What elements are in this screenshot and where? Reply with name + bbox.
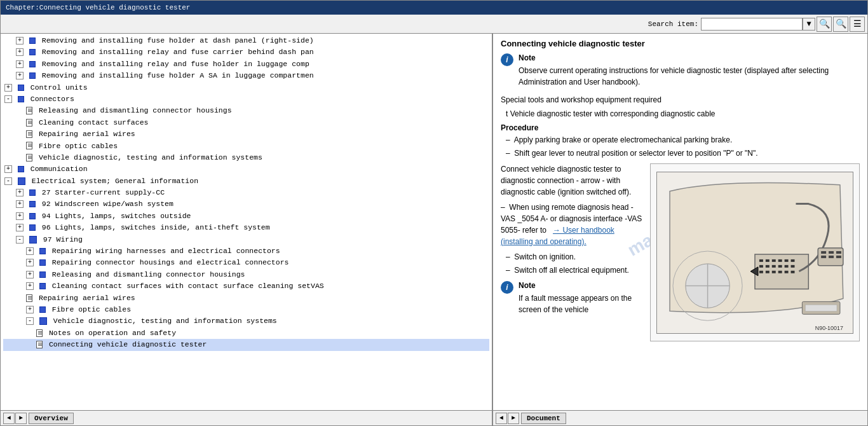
bottom-left: ◄ ► Overview bbox=[1, 411, 493, 425]
list-item[interactable]: + Repairing connector housings and elect… bbox=[3, 257, 489, 268]
item-text: Removing and installing fuse holder at d… bbox=[42, 36, 314, 45]
search-button-1[interactable]: 🔍 bbox=[817, 17, 832, 32]
item-text: Fibre optic cables bbox=[39, 142, 118, 150]
item-text: Cleaning contact surfaces with contact s… bbox=[52, 282, 324, 290]
expand-icon[interactable]: + bbox=[26, 282, 34, 290]
expand-icon[interactable]: + bbox=[16, 200, 24, 208]
expand-icon[interactable]: + bbox=[16, 212, 24, 220]
expand-icon[interactable]: + bbox=[16, 189, 24, 196]
next-btn[interactable]: ► bbox=[15, 413, 27, 424]
list-item[interactable]: + Communication bbox=[3, 163, 489, 175]
expand-icon[interactable]: + bbox=[16, 72, 24, 79]
list-item[interactable]: - 97 Wiring bbox=[3, 234, 489, 245]
book-icon bbox=[29, 38, 36, 44]
search-input[interactable] bbox=[701, 18, 803, 31]
dash-5: – bbox=[506, 266, 512, 275]
step-1-text: Apply parking brake or operate electrome… bbox=[514, 135, 733, 144]
item-text: Vehicle diagnostic, testing and informat… bbox=[39, 153, 262, 161]
item-text: Removing and installing relay and fuse c… bbox=[42, 48, 314, 56]
book-icon bbox=[39, 306, 46, 313]
prev-doc-btn[interactable]: ◄ bbox=[496, 413, 507, 424]
list-item[interactable]: + Fibre optic cables bbox=[3, 304, 489, 315]
list-item[interactable]: + Removing and installing fuse holder A … bbox=[3, 70, 489, 81]
list-item[interactable]: + 27 Starter-current supply-CC bbox=[3, 187, 489, 198]
list-item[interactable]: - Vehicle diagnostic, testing and inform… bbox=[3, 315, 489, 327]
title-text: Chapter:Connecting vehicle diagnostic te… bbox=[6, 4, 190, 11]
page-icon bbox=[36, 329, 43, 337]
list-item[interactable]: + 94 Lights, lamps, switches outside bbox=[3, 210, 489, 222]
expand-icon[interactable]: - bbox=[4, 95, 12, 103]
note-content-2: Note If a fault message appears on the s… bbox=[519, 281, 644, 318]
svg-rect-28 bbox=[836, 251, 841, 254]
switch-off-text: Switch off all electrical equipment. bbox=[514, 266, 629, 275]
list-item[interactable]: Repairing aerial wires bbox=[3, 292, 489, 304]
expand-icon[interactable]: + bbox=[26, 247, 34, 255]
tree-area[interactable]: + Removing and installing fuse holder at… bbox=[1, 34, 492, 410]
expand-icon[interactable]: + bbox=[16, 48, 24, 56]
expand-icon[interactable]: + bbox=[26, 271, 34, 278]
expand-icon[interactable]: + bbox=[16, 224, 24, 231]
prev-btn[interactable]: ◄ bbox=[3, 413, 15, 424]
list-item[interactable]: + Removing and installing relay and fuse… bbox=[3, 46, 489, 58]
expand-icon[interactable]: + bbox=[16, 60, 24, 68]
main-window: Chapter:Connecting vehicle diagnostic te… bbox=[0, 0, 868, 426]
list-item[interactable]: + Cleaning contact surfaces with contact… bbox=[3, 280, 489, 292]
overview-tab[interactable]: Overview bbox=[29, 413, 74, 424]
book-icon bbox=[29, 72, 36, 79]
next-doc-btn[interactable]: ► bbox=[508, 413, 519, 424]
note-box-2: i Note If a fault message appears on the… bbox=[501, 281, 644, 318]
svg-rect-9 bbox=[778, 259, 782, 261]
folder-icon bbox=[29, 213, 36, 219]
search-dropdown[interactable]: ▼ bbox=[803, 18, 815, 31]
right-panel[interactable]: manuall.co.uk Connecting vehicle diagnos… bbox=[493, 34, 867, 410]
expand-icon[interactable]: + bbox=[4, 165, 12, 173]
item-text: Connecting vehicle diagnostic tester bbox=[49, 340, 207, 348]
expand-icon[interactable]: - bbox=[16, 236, 24, 244]
list-item[interactable]: - Electrical system; General information bbox=[3, 175, 489, 187]
item-text: Communication bbox=[31, 165, 88, 173]
list-item[interactable]: + 92 Windscreen wipe/wash system bbox=[3, 198, 489, 210]
expand-icon[interactable]: - bbox=[26, 317, 34, 325]
page-icon bbox=[36, 341, 43, 348]
svg-rect-23 bbox=[791, 270, 795, 273]
list-item[interactable]: Releasing and dismantling connector hous… bbox=[3, 105, 489, 116]
list-item-selected[interactable]: Connecting vehicle diagnostic tester bbox=[3, 339, 489, 350]
list-item[interactable]: + Releasing and dismantling connector ho… bbox=[3, 269, 489, 280]
dash-3: – bbox=[501, 203, 507, 212]
list-item[interactable]: Notes on operation and safety bbox=[3, 327, 489, 339]
expand-icon[interactable]: - bbox=[4, 177, 12, 185]
book-icon bbox=[29, 49, 36, 55]
expand-icon[interactable]: + bbox=[26, 306, 34, 313]
list-item[interactable]: Fibre optic cables bbox=[3, 141, 489, 152]
book-icon bbox=[39, 283, 46, 289]
item-text: Removing and installing relay and fuse h… bbox=[42, 60, 309, 68]
svg-rect-15 bbox=[778, 265, 782, 267]
svg-rect-29 bbox=[821, 255, 826, 258]
list-item[interactable]: Vehicle diagnostic, testing and informat… bbox=[3, 152, 489, 163]
list-item[interactable]: + Removing and installing relay and fuse… bbox=[3, 58, 489, 70]
expand-icon[interactable]: + bbox=[26, 259, 34, 266]
menu-button[interactable]: ☰ bbox=[850, 17, 865, 32]
folder-icon bbox=[18, 85, 24, 91]
expand-icon[interactable]: + bbox=[4, 84, 12, 92]
document-tab[interactable]: Document bbox=[521, 413, 566, 424]
folder-icon bbox=[29, 201, 36, 207]
list-item[interactable]: + Removing and installing fuse holder at… bbox=[3, 35, 489, 46]
list-item[interactable]: Repairing aerial wires bbox=[3, 128, 489, 140]
expand-icon[interactable]: + bbox=[16, 37, 24, 45]
item-text: Repairing aerial wires bbox=[39, 294, 135, 302]
book-icon bbox=[39, 248, 46, 254]
list-item[interactable]: + 96 Lights, lamps, switches inside, ant… bbox=[3, 222, 489, 233]
page-icon bbox=[26, 130, 32, 138]
svg-rect-33 bbox=[805, 305, 837, 311]
svg-rect-21 bbox=[778, 270, 782, 273]
list-item[interactable]: + Control units bbox=[3, 82, 489, 93]
list-item[interactable]: - Connectors bbox=[3, 93, 489, 105]
item-text: Repairing aerial wires bbox=[39, 130, 135, 138]
search-button-2[interactable]: 🔍 bbox=[833, 17, 848, 32]
dash-4: – bbox=[506, 252, 512, 261]
list-item[interactable]: + Repairing wiring harnesses and electri… bbox=[3, 245, 489, 257]
dash-2: – bbox=[506, 149, 512, 158]
svg-rect-26 bbox=[821, 251, 826, 254]
list-item[interactable]: Cleaning contact surfaces bbox=[3, 117, 489, 128]
